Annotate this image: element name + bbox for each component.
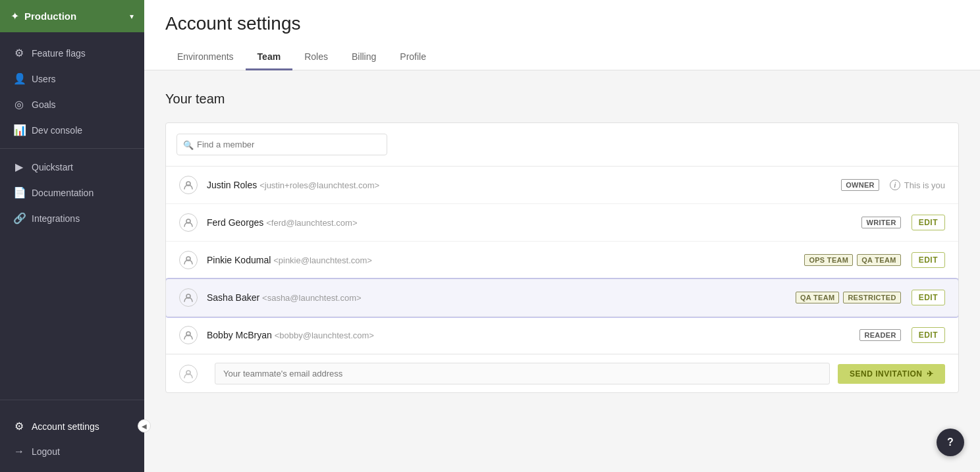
sidebar-item-label: Integrations	[32, 213, 80, 224]
member-name: Justin Roles <justin+roles@launchtest.co…	[207, 180, 841, 190]
member-badges: OPS TEAM QA TEAM	[804, 254, 900, 266]
sidebar-divider-bottom	[0, 400, 144, 400]
member-action: i This is you	[890, 180, 945, 190]
badge: OPS TEAM	[804, 254, 853, 266]
account-settings-icon: ⚙	[13, 420, 25, 433]
sidebar-collapse-button[interactable]: ◀	[138, 419, 151, 433]
page-title: Account settings	[165, 13, 959, 34]
sidebar-item-label: Documentation	[32, 188, 94, 198]
table-row: Bobby McBryan <bobby@launchtest.com> REA…	[166, 317, 958, 354]
table-row: Sasha Baker <sasha@launchtest.com> QA TE…	[166, 279, 958, 317]
chevron-down-icon: ▾	[130, 12, 134, 21]
users-icon: 👤	[13, 72, 25, 85]
sidebar-item-label: Logout	[32, 446, 60, 457]
sidebar-item-users[interactable]: 👤 Users	[0, 66, 144, 92]
badge: WRITER	[861, 217, 900, 228]
sidebar-item-quickstart[interactable]: ▶ Quickstart	[0, 154, 144, 180]
member-action: EDIT	[912, 252, 945, 268]
badge: RESTRICTED	[843, 292, 900, 303]
badge: READER	[859, 329, 900, 341]
table-row: Pinkie Kodumal <pinkie@launchtest.com> O…	[166, 242, 958, 279]
sidebar-item-integrations[interactable]: 🔗 Integrations	[0, 205, 144, 231]
member-badges: READER	[859, 329, 900, 341]
invite-email-input[interactable]	[215, 363, 830, 384]
team-card: 🔍 Justin Roles <justin+roles@launchtest.…	[165, 122, 959, 393]
table-row: Justin Roles <justin+roles@launchtest.co…	[166, 167, 958, 204]
badge: QA TEAM	[796, 292, 839, 303]
member-name: Sasha Baker <sasha@launchtest.com>	[207, 292, 796, 303]
send-invitation-button[interactable]: SEND INVITATION ✈	[838, 364, 945, 384]
avatar	[179, 326, 198, 344]
member-email: <pinkie@launchtest.com>	[273, 255, 372, 265]
edit-button[interactable]: EDIT	[912, 215, 945, 230]
production-icon: ✦	[11, 10, 19, 22]
sidebar-item-label: Dev console	[32, 125, 82, 136]
invite-row: SEND INVITATION ✈	[166, 354, 958, 392]
integrations-icon: 🔗	[13, 212, 25, 224]
send-icon: ✈	[927, 369, 934, 379]
tab-roles[interactable]: Roles	[292, 45, 340, 70]
edit-button[interactable]: EDIT	[912, 327, 945, 343]
badge: OWNER	[841, 179, 879, 191]
member-action: EDIT	[912, 327, 945, 343]
sidebar-item-feature-flags[interactable]: ⚙ Feature flags	[0, 40, 144, 66]
member-badges: OWNER	[841, 179, 879, 191]
table-row: Ferd Georges <ferd@launchtest.com> WRITE…	[166, 204, 958, 242]
help-icon: ?	[947, 436, 954, 448]
search-wrapper: 🔍	[177, 134, 387, 155]
avatar	[179, 213, 198, 232]
feature-flags-icon: ⚙	[13, 47, 25, 59]
quickstart-icon: ▶	[13, 161, 25, 173]
sidebar-item-label: Goals	[32, 99, 56, 110]
production-selector[interactable]: ✦ Production ▾	[0, 0, 144, 32]
tab-bar: Environments Team Roles Billing Profile	[165, 45, 959, 70]
edit-button[interactable]: EDIT	[912, 252, 945, 268]
dev-console-icon: 📊	[13, 124, 25, 136]
sidebar-item-label: Users	[32, 74, 56, 84]
goals-icon: ◎	[13, 98, 25, 111]
member-email: <ferd@launchtest.com>	[266, 218, 357, 228]
sidebar-item-label: Quickstart	[32, 162, 73, 172]
sidebar-item-dev-console[interactable]: 📊 Dev console	[0, 117, 144, 143]
sidebar-item-account-settings[interactable]: ⚙ Account settings	[0, 413, 144, 439]
help-button[interactable]: ?	[937, 429, 964, 456]
member-name: Pinkie Kodumal <pinkie@launchtest.com>	[207, 255, 804, 265]
search-icon: 🔍	[183, 140, 194, 149]
member-action: EDIT	[912, 215, 945, 230]
tab-environments[interactable]: Environments	[165, 45, 246, 70]
sidebar-item-label: Account settings	[32, 421, 99, 432]
tab-team[interactable]: Team	[246, 45, 293, 70]
sidebar-item-label: Feature flags	[32, 48, 86, 59]
member-email: <sasha@launchtest.com>	[262, 293, 362, 303]
sidebar-item-goals[interactable]: ◎ Goals	[0, 92, 144, 117]
sidebar-item-documentation[interactable]: 📄 Documentation	[0, 180, 144, 205]
edit-button[interactable]: EDIT	[912, 290, 945, 305]
tab-profile[interactable]: Profile	[388, 45, 438, 70]
member-email: <bobby@launchtest.com>	[275, 330, 374, 340]
member-name: Ferd Georges <ferd@launchtest.com>	[207, 217, 861, 228]
member-email: <justin+roles@launchtest.com>	[259, 180, 379, 190]
documentation-icon: 📄	[13, 186, 25, 199]
info-icon: i	[890, 180, 900, 190]
member-badges: QA TEAM RESTRICTED	[796, 292, 901, 303]
badge: QA TEAM	[857, 254, 900, 266]
search-input[interactable]	[177, 134, 387, 155]
logout-icon: →	[13, 446, 25, 458]
tab-billing[interactable]: Billing	[340, 45, 388, 70]
main-header: Account settings Environments Team Roles…	[144, 0, 980, 70]
member-action: EDIT	[912, 290, 945, 305]
sidebar-project-title: Production	[24, 11, 76, 22]
team-section-title: Your team	[165, 92, 959, 107]
this-is-you-indicator: i This is you	[890, 180, 945, 190]
main-content: Your team 🔍 Justin Roles <justin+roles@l…	[144, 70, 980, 472]
avatar	[179, 176, 198, 194]
avatar	[179, 288, 198, 307]
sidebar-divider	[0, 148, 144, 149]
avatar	[179, 251, 198, 269]
sidebar-item-logout[interactable]: → Logout	[0, 439, 144, 464]
search-row: 🔍	[166, 123, 958, 167]
member-name: Bobby McBryan <bobby@launchtest.com>	[207, 330, 859, 340]
avatar	[179, 365, 198, 383]
member-badges: WRITER	[861, 217, 900, 228]
